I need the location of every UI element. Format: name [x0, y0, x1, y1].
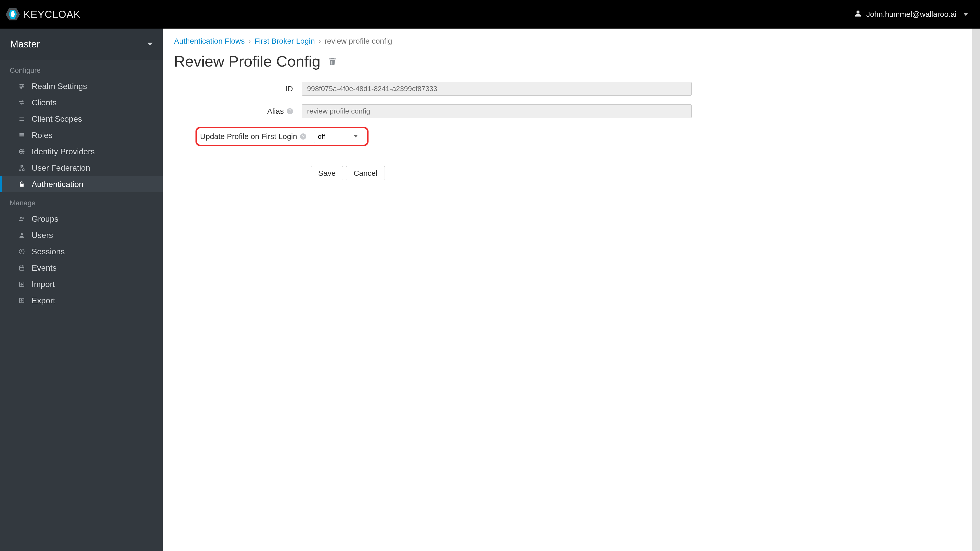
page-title: Review Profile Config — [174, 52, 321, 70]
help-icon[interactable]: ? — [287, 108, 293, 114]
svg-point-12 — [21, 233, 23, 235]
breadcrumb-current: review profile config — [325, 37, 392, 45]
sidebar-item-authentication[interactable]: Authentication — [0, 176, 163, 192]
export-icon — [18, 297, 25, 304]
breadcrumb-first-broker-login[interactable]: First Broker Login — [255, 37, 315, 45]
sidebar-item-label: Clients — [32, 98, 57, 107]
update-profile-label: Update Profile on First Login — [200, 132, 297, 141]
sidebar-item-label: Groups — [32, 214, 59, 224]
svg-point-11 — [22, 218, 24, 219]
scrollbar[interactable] — [972, 29, 980, 551]
sitemap-icon — [18, 164, 25, 171]
sidebar-item-label: Import — [32, 279, 55, 289]
user-display: John.hummel@wallaroo.ai — [866, 10, 956, 19]
users-icon — [18, 215, 25, 223]
scrollbar-thumb[interactable] — [972, 29, 980, 551]
sidebar-group-manage: Manage — [0, 192, 163, 211]
topbar: KEYCLOAK John.hummel@wallaroo.ai — [0, 0, 980, 29]
stack-icon — [18, 131, 25, 139]
swap-icon — [18, 99, 25, 106]
sidebar: Master Configure Realm Settings Clients … — [0, 29, 163, 551]
sidebar-item-export[interactable]: Export — [0, 292, 163, 309]
sidebar-item-import[interactable]: Import — [0, 276, 163, 292]
user-icon — [18, 231, 25, 239]
svg-rect-9 — [22, 169, 24, 170]
id-field[interactable] — [302, 82, 692, 96]
sidebar-item-label: Users — [32, 230, 53, 240]
clock-icon — [18, 248, 25, 256]
svg-point-5 — [21, 87, 22, 88]
update-profile-select[interactable]: off — [314, 130, 361, 143]
sidebar-item-label: Export — [32, 296, 55, 305]
alias-label: Alias — [267, 107, 284, 116]
user-menu[interactable]: John.hummel@wallaroo.ai — [841, 0, 980, 29]
sidebar-item-label: Roles — [32, 130, 52, 140]
user-icon — [854, 10, 862, 19]
save-button[interactable]: Save — [311, 166, 343, 180]
svg-point-4 — [22, 86, 23, 87]
svg-rect-7 — [21, 165, 23, 167]
svg-rect-14 — [19, 266, 24, 270]
sidebar-group-configure: Configure — [0, 60, 163, 78]
config-form: ID Alias ? Update Profile on First Login… — [173, 82, 970, 180]
sidebar-item-label: Sessions — [32, 247, 65, 256]
alias-field[interactable] — [302, 104, 692, 118]
sidebar-item-clients[interactable]: Clients — [0, 94, 163, 111]
import-icon — [18, 280, 25, 288]
brand[interactable]: KEYCLOAK — [6, 7, 81, 21]
help-icon[interactable]: ? — [300, 133, 306, 140]
sidebar-item-sessions[interactable]: Sessions — [0, 243, 163, 260]
chevron-down-icon — [963, 13, 968, 16]
sidebar-item-user-federation[interactable]: User Federation — [0, 160, 163, 176]
breadcrumb-sep: › — [248, 37, 251, 45]
sidebar-item-roles[interactable]: Roles — [0, 127, 163, 143]
sidebar-item-label: Client Scopes — [32, 114, 82, 124]
sidebar-item-label: Authentication — [32, 179, 83, 189]
sidebar-item-identity-providers[interactable]: Identity Providers — [0, 143, 163, 160]
delete-button[interactable] — [327, 56, 337, 67]
lock-icon — [18, 180, 25, 188]
sidebar-item-label: Realm Settings — [32, 82, 87, 91]
id-label: ID — [285, 84, 293, 93]
sidebar-item-users[interactable]: Users — [0, 227, 163, 243]
sidebar-item-label: Events — [32, 263, 57, 273]
svg-point-3 — [20, 84, 21, 85]
sidebar-item-label: Identity Providers — [32, 147, 95, 156]
calendar-icon — [18, 264, 25, 272]
realm-selector[interactable]: Master — [0, 29, 163, 60]
breadcrumb-sep: › — [318, 37, 321, 45]
main-content: Authentication Flows › First Broker Logi… — [163, 29, 980, 551]
sidebar-item-events[interactable]: Events — [0, 260, 163, 276]
cancel-button[interactable]: Cancel — [346, 166, 385, 180]
update-profile-highlight: Update Profile on First Login ? off — [196, 127, 369, 146]
sidebar-item-client-scopes[interactable]: Client Scopes — [0, 111, 163, 127]
svg-point-10 — [20, 217, 22, 219]
breadcrumb: Authentication Flows › First Broker Logi… — [173, 37, 970, 45]
sidebar-item-realm-settings[interactable]: Realm Settings — [0, 78, 163, 94]
globe-icon — [18, 148, 25, 156]
sidebar-item-label: User Federation — [32, 163, 90, 173]
sliders-icon — [18, 83, 25, 90]
list-icon — [18, 115, 25, 123]
chevron-down-icon — [148, 43, 153, 46]
breadcrumb-auth-flows[interactable]: Authentication Flows — [174, 37, 245, 45]
keycloak-logo-icon — [6, 7, 20, 21]
brand-name: KEYCLOAK — [24, 9, 81, 20]
sidebar-item-groups[interactable]: Groups — [0, 211, 163, 227]
realm-name: Master — [10, 39, 40, 50]
svg-rect-8 — [19, 169, 21, 170]
